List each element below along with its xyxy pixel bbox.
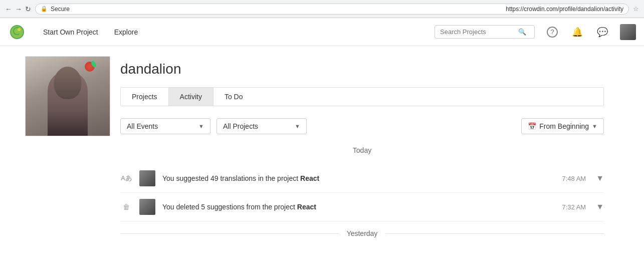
tab-projects[interactable]: Projects xyxy=(121,88,169,106)
forward-button[interactable]: → xyxy=(15,5,22,13)
today-header: Today xyxy=(120,144,604,156)
date-filter[interactable]: 📅 From Beginning ▼ xyxy=(521,118,604,134)
profile-area: dandalion Projects Activity To Do All Ev… xyxy=(10,46,634,255)
search-box[interactable]: 🔍 xyxy=(435,25,535,39)
expand-button-1[interactable]: ▼ xyxy=(596,174,604,183)
events-filter-label: All Events xyxy=(127,122,158,130)
browser-bar: ← → ↻ 🔒 Secure https://crowdin.com/profi… xyxy=(0,0,644,18)
navbar: Start Own Project Explore 🔍 ? 🔔 💬 xyxy=(0,18,644,46)
lock-icon: 🔒 xyxy=(41,6,48,12)
tab-todo[interactable]: To Do xyxy=(213,88,254,106)
avatar-image-nav xyxy=(620,24,636,40)
browser-controls: ← → ↻ xyxy=(5,5,31,13)
username: dandalion xyxy=(120,61,619,77)
tab-activity[interactable]: Activity xyxy=(169,88,213,106)
yesterday-header: Yesterday xyxy=(339,229,386,237)
address-bar[interactable]: 🔒 Secure https://crowdin.com/profile/dan… xyxy=(35,4,629,15)
user-avatar xyxy=(25,56,110,136)
search-icon: 🔍 xyxy=(518,28,526,36)
search-input[interactable] xyxy=(440,28,515,36)
trash-icon: 🗑 xyxy=(120,201,132,213)
profile-tabs: Projects Activity To Do xyxy=(120,87,604,106)
svg-point-0 xyxy=(18,28,21,31)
events-caret-icon: ▼ xyxy=(198,123,204,129)
url-text: https://crowdin.com/profile/dandalion/ac… xyxy=(506,6,623,13)
chat-icon: 💬 xyxy=(597,27,608,38)
bell-icon: 🔔 xyxy=(572,27,583,38)
translate-icon: Aあ xyxy=(120,172,132,184)
activity-user-avatar xyxy=(139,170,155,186)
activity-time-2: 7:32 AM xyxy=(562,203,586,211)
reload-button[interactable]: ↻ xyxy=(25,5,31,13)
profile-content: dandalion Projects Activity To Do All Ev… xyxy=(120,56,619,245)
projects-filter[interactable]: All Projects ▼ xyxy=(217,118,307,134)
activity-feed: Today Aあ You suggested 49 translations i… xyxy=(120,144,604,237)
filters-row: All Events ▼ All Projects ▼ 📅 From Begin… xyxy=(120,118,604,134)
logo xyxy=(8,23,26,41)
activity-item: 🗑 You deleted 5 suggestions from the pro… xyxy=(120,193,604,221)
activity-user-avatar-2 xyxy=(139,199,155,215)
help-button[interactable]: ? xyxy=(545,25,560,40)
activity-text-1: You suggested 49 translations in the pro… xyxy=(162,174,555,182)
yesterday-divider: Yesterday xyxy=(120,229,604,237)
projects-caret-icon: ▼ xyxy=(295,123,300,129)
messages-button[interactable]: 💬 xyxy=(595,25,610,40)
activity-time-1: 7:48 AM xyxy=(562,175,586,182)
notifications-button[interactable]: 🔔 xyxy=(570,25,585,40)
projects-filter-label: All Projects xyxy=(223,122,258,130)
address-text: Secure xyxy=(51,6,503,13)
expand-button-2[interactable]: ▼ xyxy=(596,202,604,211)
date-caret-icon: ▼ xyxy=(592,123,597,129)
question-icon: ? xyxy=(547,27,558,38)
back-button[interactable]: ← xyxy=(5,5,12,13)
calendar-icon: 📅 xyxy=(528,122,536,130)
activity-item: Aあ You suggested 49 translations in the … xyxy=(120,164,604,193)
explore-link[interactable]: Explore xyxy=(111,26,141,38)
date-filter-label: From Beginning xyxy=(539,122,589,130)
activity-text-2: You deleted 5 suggestions from the proje… xyxy=(162,203,555,211)
bookmark-button[interactable]: ☆ xyxy=(633,5,639,13)
page: dandalion Projects Activity To Do All Ev… xyxy=(0,46,644,265)
events-filter[interactable]: All Events ▼ xyxy=(120,118,210,134)
user-avatar-nav[interactable] xyxy=(620,24,636,40)
start-project-link[interactable]: Start Own Project xyxy=(40,26,101,38)
